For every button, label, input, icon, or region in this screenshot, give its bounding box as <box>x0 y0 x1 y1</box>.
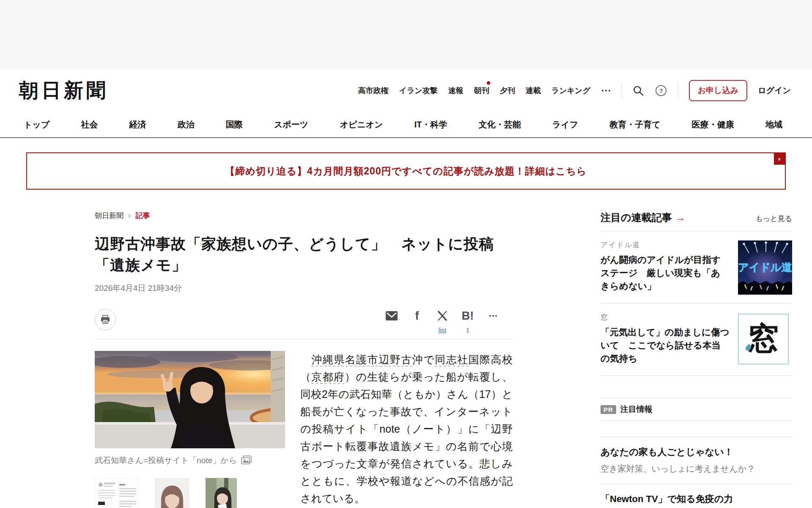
pr-item-subtitle: 空き家対策、いっしょに考えませんか？ <box>601 463 792 475</box>
nav-item-culture[interactable]: 文化・芸能 <box>479 119 521 130</box>
pr-badge: PR <box>601 405 616 414</box>
breadcrumb-current[interactable]: 記事 <box>135 211 150 221</box>
quick-link-yukan[interactable]: 夕刊 <box>500 86 515 96</box>
sidebar-heading-row: 注目の連載記事 → もっと見る <box>601 211 792 224</box>
x-icon[interactable]: list <box>430 309 455 334</box>
body-text <box>300 353 311 365</box>
nav-item-region[interactable]: 地域 <box>765 119 782 130</box>
login-link[interactable]: ログイン <box>758 85 791 96</box>
article-date: 2026年4月4日 21時34分 <box>95 283 513 294</box>
idol-thumb-text: アイドル道 <box>738 261 792 273</box>
nav-item-international[interactable]: 国際 <box>226 119 243 130</box>
promo-banner-text: 【締め切り迫る】4カ月間月額200円ですべての記事が読み放題！詳細はこちら <box>225 165 587 178</box>
hatena-bookmark-icon[interactable]: B! 1 <box>455 309 480 334</box>
sidebar-card-idol[interactable]: アイドル道 がん闘病のアイドルが目指すステージ 厳しい現実も「あきらめない」 ア… <box>601 231 792 303</box>
card-title: がん闘病のアイドルが目指すステージ 厳しい現実も「あきらめない」 <box>601 254 730 293</box>
search-icon[interactable] <box>633 85 644 97</box>
help-icon[interactable]: ? <box>655 84 667 97</box>
quick-link-ranking[interactable]: ランキング <box>551 86 590 96</box>
facebook-icon[interactable]: f <box>404 309 430 323</box>
pr-ad-slot <box>601 421 792 437</box>
svg-text:?: ? <box>659 87 663 94</box>
new-badge-dot <box>487 81 490 85</box>
header-right: 高市政権 イラン攻撃 速報 朝刊 夕刊 連載 ランキング ? お申し込み ログイ… <box>358 80 791 101</box>
see-more-link[interactable]: もっと見る <box>755 214 792 224</box>
hatena-count[interactable]: 1 <box>466 326 469 334</box>
quick-link-chokan[interactable]: 朝刊 <box>474 86 489 96</box>
asahi-logo[interactable]: 朝日新聞 <box>19 81 109 100</box>
mail-icon[interactable] <box>379 309 404 323</box>
card-thumbnail-mado: 窓 <box>738 313 792 367</box>
nav-item-economy[interactable]: 経済 <box>129 119 146 130</box>
quick-link-iran[interactable]: イラン攻撃 <box>399 86 438 96</box>
divider <box>95 339 513 339</box>
nav-item-top[interactable]: トップ <box>24 119 49 130</box>
nav-item-life[interactable]: ライフ <box>552 119 578 130</box>
photo-column: 武石知華さん=投稿サイト「note」から <box>95 351 285 508</box>
article-column: 朝日新聞 > 記事 辺野古沖事故「家族想いの子、どうして」 ネットに投稿「遺族メ… <box>95 211 513 508</box>
promo-banner[interactable]: 【締め切り迫る】4カ月間月額200円ですべての記事が読み放題！詳細はこちら × <box>26 152 786 190</box>
photo-caption-text: 武石知華さん=投稿サイト「note」から <box>95 455 237 466</box>
main-nav: トップ 社会 経済 政治 国際 スポーツ オピニオン IT・科学 文化・芸能 ラ… <box>0 110 812 138</box>
column-gap <box>513 211 601 508</box>
header-divider <box>678 83 678 98</box>
breadcrumb-separator: > <box>128 213 131 219</box>
pr-header: PR 注目情報 <box>601 398 792 420</box>
x-list-link[interactable]: list <box>439 326 446 334</box>
more-menu-icon[interactable] <box>601 90 611 91</box>
nav-item-health[interactable]: 医療・健康 <box>692 119 734 130</box>
keyword-link-henoko[interactable]: 沖縄県名護市辺野古 <box>311 353 412 367</box>
mado-thumb-text: 窓 <box>748 318 779 360</box>
outdoor-thumb[interactable] <box>206 478 237 508</box>
gallery-icon[interactable] <box>241 456 252 465</box>
body-text: 沖で <box>412 353 435 365</box>
quick-link-rensai[interactable]: 連載 <box>526 86 541 96</box>
sidebar-ad-slot <box>601 376 792 398</box>
more-share-icon[interactable] <box>480 309 506 323</box>
note-screenshot-thumb[interactable] <box>95 478 139 508</box>
share-group: f list B! 1 <box>379 309 513 334</box>
portrait-thumb[interactable] <box>155 478 189 508</box>
article-body-wrap: 武石知華さん=投稿サイト「note」から 沖縄県名護市辺野古沖で同志社国際高校（… <box>95 351 513 508</box>
print-icon[interactable] <box>95 309 116 330</box>
card-category: アイドル道 <box>601 240 730 250</box>
facebook-glyph: f <box>415 309 419 323</box>
signup-button[interactable]: お申し込み <box>689 80 747 101</box>
nav-item-sports[interactable]: スポーツ <box>274 119 308 130</box>
pr-item-title: あなたの家も人ごとじゃない！ <box>601 446 792 458</box>
content: 朝日新聞 > 記事 辺野古沖事故「家族想いの子、どうして」 ネットに投稿「遺族メ… <box>0 190 812 508</box>
nav-item-opinion[interactable]: オピニオン <box>340 119 383 130</box>
article-photo[interactable] <box>95 351 285 448</box>
article-title: 辺野古沖事故「家族想いの子、どうして」 ネットに投稿「遺族メモ」 <box>95 233 513 276</box>
breadcrumb-home[interactable]: 朝日新聞 <box>95 211 123 221</box>
keyword-link-doshisha[interactable]: 同志社 <box>435 353 468 367</box>
keyword-link-kyoto[interactable]: 京都府 <box>311 371 345 384</box>
card-thumbnail-idol: アイドル道 <box>738 240 792 295</box>
card-category: 窓 <box>601 313 730 322</box>
article-body-text: 沖縄県名護市辺野古沖で同志社国際高校（京都府）の生徒らが乗った船が転覆し、同校2… <box>300 351 513 508</box>
top-ad-slot <box>0 0 812 69</box>
share-row: f list B! 1 <box>95 309 513 334</box>
site-header: 朝日新聞 高市政権 イラン攻撃 速報 朝刊 夕刊 連載 ランキング ? お申し込… <box>0 69 812 110</box>
close-icon[interactable]: × <box>774 153 785 165</box>
nav-item-politics[interactable]: 政治 <box>178 119 195 130</box>
quick-link-sokuho[interactable]: 速報 <box>448 86 464 96</box>
photo-caption: 武石知華さん=投稿サイト「note」から <box>95 455 285 466</box>
sidebar: 注目の連載記事 → もっと見る アイドル道 がん闘病のアイドルが目指すステージ … <box>601 211 792 508</box>
card-title: 「元気出して」の励ましに傷ついて ここでなら話せる本当の気持ち <box>601 326 730 365</box>
body-text: ）の生徒らが乗った船が転覆し、同校2年の武石知華（ともか）さん（17）と船長が亡… <box>300 371 513 504</box>
header-divider <box>622 83 622 98</box>
nav-item-society[interactable]: 社会 <box>81 119 98 130</box>
nav-item-it-science[interactable]: IT・科学 <box>414 119 447 130</box>
quick-link-takaichi[interactable]: 高市政権 <box>358 86 389 96</box>
related-thumbnails <box>95 478 285 508</box>
pr-heading: 注目情報 <box>620 404 653 415</box>
nav-item-education[interactable]: 教育・子育て <box>609 119 660 130</box>
pr-item-newton[interactable]: 「Newton TV」で知る免疫の力 注目のキーワードは善玉菌とたんぱく質 <box>601 484 792 508</box>
breadcrumb: 朝日新聞 > 記事 <box>95 211 513 221</box>
hatena-glyph: B! <box>462 309 474 323</box>
arrow-right-icon[interactable]: → <box>675 212 686 224</box>
pr-item-akiya[interactable]: あなたの家も人ごとじゃない！ 空き家対策、いっしょに考えませんか？ <box>601 437 792 484</box>
sidebar-card-mado[interactable]: 窓 「元気出して」の励ましに傷ついて ここでなら話せる本当の気持ち 窓 <box>601 304 792 375</box>
pr-item-title: 「Newton TV」で知る免疫の力 <box>601 493 792 505</box>
